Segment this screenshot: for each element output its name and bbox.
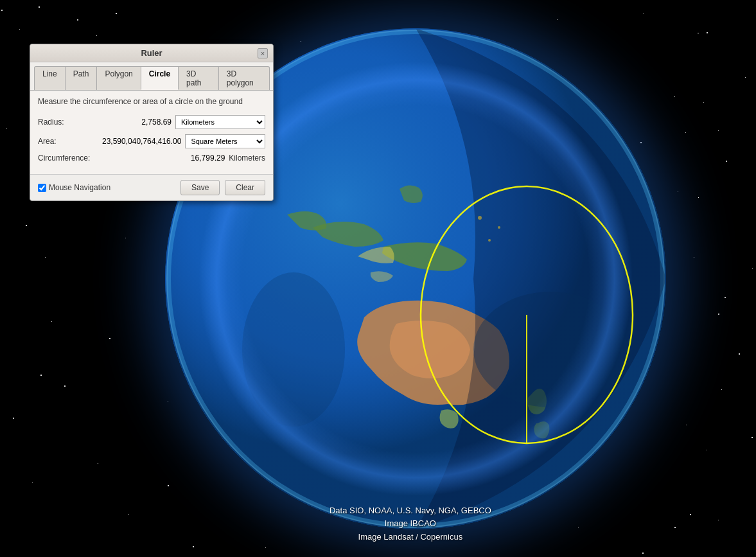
ruler-dialog: Ruler × Line Path Polygon Circle 3D path… <box>30 44 274 201</box>
mouse-navigation-checkbox[interactable] <box>38 184 46 192</box>
radius-value: 2,758.69 <box>102 118 175 127</box>
tab-3d-path[interactable]: 3D path <box>178 66 219 90</box>
circumference-value: 16,799.29 <box>102 154 229 163</box>
clear-button[interactable]: Clear <box>225 180 265 195</box>
mouse-navigation-label[interactable]: Mouse Navigation <box>38 183 180 192</box>
circumference-label: Circumference: <box>38 154 102 163</box>
dialog-body: Measure the circumference or area of a c… <box>30 90 273 174</box>
tab-3d-polygon[interactable]: 3D polygon <box>218 66 270 90</box>
area-label: Area: <box>38 137 102 146</box>
attribution-line1: Data SIO, NOAA, U.S. Navy, NGA, GEBCO <box>330 504 491 518</box>
circumference-row: Circumference: 16,799.29 Kilometers <box>38 154 265 163</box>
close-button[interactable]: × <box>258 48 268 58</box>
mouse-navigation-text: Mouse Navigation <box>49 183 110 192</box>
dialog-title: Ruler <box>141 48 162 58</box>
radius-row: Radius: 2,758.69 Kilometers Miles Meters… <box>38 115 265 129</box>
save-button[interactable]: Save <box>180 180 220 195</box>
radius-label: Radius: <box>38 118 102 127</box>
circumference-unit: Kilometers <box>229 154 265 163</box>
svg-point-7 <box>242 272 345 427</box>
tab-polygon[interactable]: Polygon <box>96 66 141 90</box>
attribution-line2: Image IBCAO <box>330 517 491 531</box>
tabs-row: Line Path Polygon Circle 3D path 3D poly… <box>30 62 273 90</box>
radius-unit-select[interactable]: Kilometers Miles Meters Feet <box>175 115 265 129</box>
attribution-line3: Image Landsat / Copernicus <box>330 531 491 544</box>
tab-circle[interactable]: Circle <box>141 66 179 90</box>
area-row: Area: 23,590,040,764,416.00 Square Meter… <box>38 134 265 148</box>
tab-line[interactable]: Line <box>34 66 66 90</box>
area-value: 23,590,040,764,416.00 <box>102 137 185 146</box>
circle-description: Measure the circumference or area of a c… <box>38 97 265 106</box>
dialog-titlebar: Ruler × <box>30 44 273 62</box>
dialog-footer: Mouse Navigation Save Clear <box>30 174 273 200</box>
footer-buttons: Save Clear <box>180 180 265 195</box>
tab-path[interactable]: Path <box>65 66 98 90</box>
attribution: Data SIO, NOAA, U.S. Navy, NGA, GEBCO Im… <box>330 504 491 544</box>
area-unit-select[interactable]: Square Meters Square Kilometers Square M… <box>185 134 265 148</box>
